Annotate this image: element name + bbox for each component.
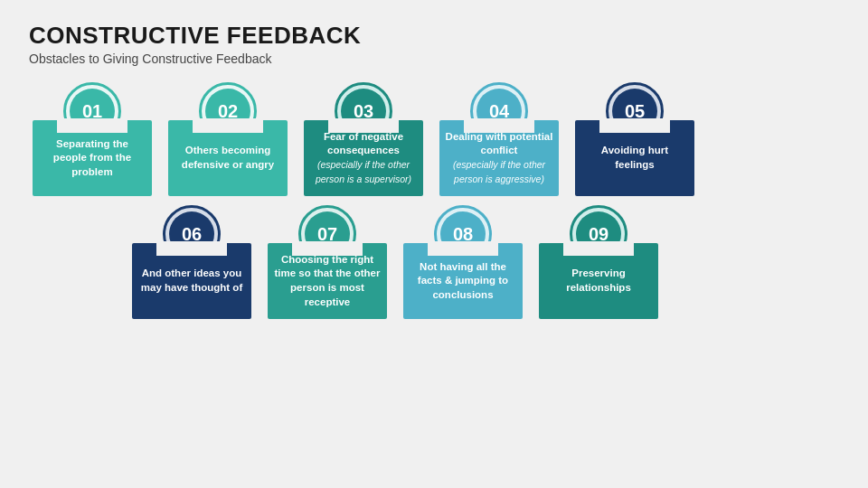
card-06: 06And other ideas you may have thought o… bbox=[128, 205, 255, 319]
circle-container-04: 04 bbox=[463, 82, 535, 133]
card-text-04: Dealing with potential conflict(especial… bbox=[445, 130, 553, 186]
card-number-07: 07 bbox=[317, 224, 337, 245]
card-text-03: Fear of negative consequences(especially… bbox=[309, 130, 418, 186]
circle-bg-08: 08 bbox=[434, 205, 492, 263]
circle-container-02: 02 bbox=[192, 82, 264, 133]
circle-container-07: 07 bbox=[291, 205, 363, 256]
circle-inner-03: 03 bbox=[341, 89, 386, 134]
circle-inner-06: 06 bbox=[169, 211, 214, 257]
circle-container-03: 03 bbox=[327, 82, 400, 133]
circle-bg-04: 04 bbox=[470, 82, 528, 140]
card-number-01: 01 bbox=[82, 101, 102, 122]
card-number-02: 02 bbox=[218, 101, 238, 122]
card-01: 01Separating the people from the problem bbox=[29, 82, 156, 196]
card-number-08: 08 bbox=[453, 224, 473, 245]
circle-container-01: 01 bbox=[56, 82, 128, 133]
circle-bg-03: 03 bbox=[335, 82, 392, 140]
circle-inner-04: 04 bbox=[476, 89, 522, 134]
card-02: 02Others becoming defensive or angry bbox=[165, 82, 291, 196]
circle-bg-07: 07 bbox=[298, 205, 356, 263]
circle-bg-01: 01 bbox=[63, 82, 121, 140]
card-text-01: Separating the people from the problem bbox=[38, 137, 146, 180]
card-number-05: 05 bbox=[625, 101, 645, 122]
circle-container-09: 09 bbox=[562, 205, 635, 256]
card-text-05: Avoiding hurt feelings bbox=[580, 144, 689, 172]
card-number-03: 03 bbox=[354, 101, 373, 122]
circle-container-06: 06 bbox=[156, 205, 228, 256]
card-number-09: 09 bbox=[589, 224, 609, 245]
card-05: 05Avoiding hurt feelings bbox=[571, 82, 698, 196]
card-number-06: 06 bbox=[182, 224, 202, 245]
circle-bg-05: 05 bbox=[606, 82, 664, 140]
circle-bg-06: 06 bbox=[163, 205, 221, 263]
row1: 01Separating the people from the problem… bbox=[29, 82, 839, 196]
circle-bg-09: 09 bbox=[570, 205, 627, 263]
card-08: 08Not having all the facts & jumping to … bbox=[400, 205, 526, 319]
circle-container-05: 05 bbox=[599, 82, 671, 133]
card-03: 03Fear of negative consequences(especial… bbox=[300, 82, 427, 196]
card-07: 07Choosing the right time so that the ot… bbox=[264, 205, 391, 319]
card-09: 09Preserving relationships bbox=[535, 205, 662, 319]
circle-inner-01: 01 bbox=[70, 89, 115, 134]
main-container: CONSTRUCTIVE FEEDBACK Obstacles to Givin… bbox=[0, 0, 868, 343]
circle-container-08: 08 bbox=[427, 205, 499, 256]
circle-inner-09: 09 bbox=[576, 211, 621, 257]
circle-inner-02: 02 bbox=[205, 89, 250, 134]
page-subtitle: Obstacles to Giving Constructive Feedbac… bbox=[29, 52, 839, 66]
circle-inner-05: 05 bbox=[612, 89, 657, 134]
card-text-06: And other ideas you may have thought of bbox=[137, 267, 246, 295]
card-text-08: Not having all the facts & jumping to co… bbox=[409, 260, 517, 303]
circle-inner-07: 07 bbox=[305, 211, 350, 257]
row2: 06And other ideas you may have thought o… bbox=[29, 205, 839, 319]
card-text-07: Choosing the right time so that the othe… bbox=[273, 253, 382, 309]
card-text-02: Others becoming defensive or angry bbox=[174, 144, 282, 172]
page-title: CONSTRUCTIVE FEEDBACK bbox=[29, 22, 839, 50]
circle-bg-02: 02 bbox=[199, 82, 257, 140]
card-text-09: Preserving relationships bbox=[544, 267, 653, 295]
card-04: 04Dealing with potential conflict(especi… bbox=[436, 82, 562, 196]
circle-inner-08: 08 bbox=[440, 211, 486, 257]
card-number-04: 04 bbox=[489, 101, 509, 122]
